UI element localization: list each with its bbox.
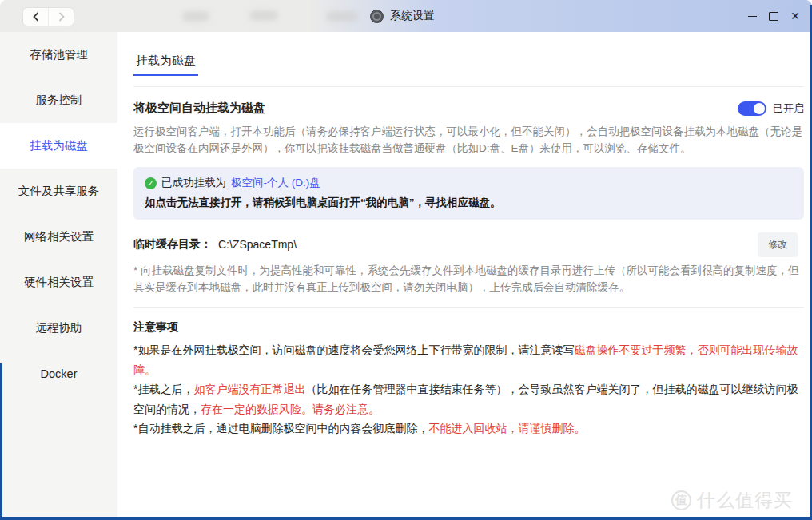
sidebar-item-3[interactable]: 挂载为磁盘 <box>0 123 117 169</box>
mount-status-box: ✓ 已成功挂载为 极空间-个人 (D:)盘 如点击无法直接打开，请稍候到电脑桌面… <box>133 167 804 220</box>
sidebar-item-7[interactable]: 远程协助 <box>0 305 117 351</box>
auto-mount-heading: 将极空间自动挂载为磁盘 <box>133 101 265 116</box>
chevron-left-icon <box>32 12 40 22</box>
system-settings-window: 系统设置 ✕ 存储池管理服务控制挂载为磁盘文件及共享服务网络相关设置硬件相关设置… <box>0 0 812 520</box>
sidebar-item-1[interactable]: 存储池管理 <box>0 32 117 77</box>
sidebar: 存储池管理服务控制挂载为磁盘文件及共享服务网络相关设置硬件相关设置远程协助Doc… <box>0 32 117 520</box>
forward-button[interactable] <box>48 8 74 26</box>
sidebar-item-4[interactable]: 文件及共享服务 <box>0 169 117 214</box>
auto-mount-toggle-group: 已开启 <box>738 101 804 116</box>
section-divider <box>133 307 804 308</box>
cache-dir-row: 临时缓存目录： C:\ZSpaceTmp\ 修改 <box>133 237 804 252</box>
tab-mount-as-disk[interactable]: 挂载为磁盘 <box>133 54 198 76</box>
modify-button[interactable]: 修改 <box>758 232 798 257</box>
watermark-text: 什么值得买 <box>697 488 793 513</box>
sidebar-item-6[interactable]: 硬件相关设置 <box>0 260 117 305</box>
chevron-right-icon <box>58 12 66 22</box>
main-content: 挂载为磁盘 将极空间自动挂载为磁盘 已开启 运行极空间客户端，打开本功能后（请务… <box>117 32 812 520</box>
redacted-text <box>326 11 358 22</box>
mounted-disk-link[interactable]: 极空间-个人 (D:)盘 <box>231 176 320 190</box>
back-button[interactable] <box>23 8 48 26</box>
close-icon: ✕ <box>790 10 800 22</box>
cache-dir-label: 临时缓存目录： <box>133 237 212 252</box>
frame-edge-left <box>0 363 2 520</box>
redacted-text <box>182 11 209 22</box>
auto-mount-toggle[interactable] <box>738 101 766 116</box>
titlebar: 系统设置 ✕ <box>0 0 812 32</box>
watermark-badge: 值 <box>671 490 691 510</box>
toggle-state-label: 已开启 <box>773 101 804 116</box>
auto-mount-description: 运行极空间客户端，打开本功能后（请务必保持客户端运行状态，可以最小化，但不能关闭… <box>133 123 804 157</box>
success-check-icon: ✓ <box>145 177 157 189</box>
sidebar-item-2[interactable]: 服务控制 <box>0 77 117 123</box>
redacted-text <box>249 10 278 21</box>
cache-note: * 向挂载磁盘复制文件时，为提高性能和可靠性，系统会先缓存文件到本地磁盘的缓存目… <box>133 262 804 296</box>
mount-status-line: ✓ 已成功挂载为 极空间-个人 (D:)盘 <box>145 176 793 190</box>
mount-status-hint: 如点击无法直接打开，请稍候到电脑桌面打开“我的电脑”，寻找相应磁盘。 <box>145 196 793 210</box>
notice-item: *挂载之后，如客户端没有正常退出（比如在任务管理器中直接结束任务等），会导致虽然… <box>133 379 804 419</box>
minimize-icon <box>748 16 757 17</box>
minimize-button[interactable] <box>746 0 758 32</box>
toggle-knob <box>754 103 765 114</box>
window-title-group: 系统设置 <box>370 0 435 32</box>
sidebar-item-5[interactable]: 网络相关设置 <box>0 214 117 260</box>
notice-item: *自动挂载之后，通过电脑删除极空间中的内容会彻底删除，不能进入回收站，请谨慎删除… <box>133 419 804 439</box>
notice-list: *如果是在外网挂载极空间，访问磁盘的速度将会受您网络上下行带宽的限制，请注意读写… <box>133 340 804 439</box>
mount-status-prefix: 已成功挂载为 <box>161 176 226 190</box>
cache-dir-path: C:\ZSpaceTmp\ <box>218 238 297 251</box>
notices-heading: 注意事项 <box>133 320 804 335</box>
window-controls: ✕ <box>746 0 801 32</box>
app-icon <box>370 10 384 23</box>
watermark: 值 什么值得买 <box>671 488 793 513</box>
auto-mount-section-header: 将极空间自动挂载为磁盘 已开启 <box>133 101 804 116</box>
frame-edge-bottom <box>0 517 812 520</box>
maximize-button[interactable] <box>768 0 779 32</box>
tab-bar: 挂载为磁盘 <box>133 32 804 87</box>
app-body: 存储池管理服务控制挂载为磁盘文件及共享服务网络相关设置硬件相关设置远程协助Doc… <box>0 32 812 520</box>
notice-item: *如果是在外网挂载极空间，访问磁盘的速度将会受您网络上下行带宽的限制，请注意读写… <box>133 340 804 379</box>
maximize-icon <box>769 12 778 21</box>
history-nav <box>22 7 74 26</box>
window-title: 系统设置 <box>390 9 435 23</box>
close-button[interactable]: ✕ <box>790 0 801 32</box>
sidebar-items: 存储池管理服务控制挂载为磁盘文件及共享服务网络相关设置硬件相关设置远程协助Doc… <box>0 32 117 396</box>
sidebar-item-8[interactable]: Docker <box>0 351 117 396</box>
